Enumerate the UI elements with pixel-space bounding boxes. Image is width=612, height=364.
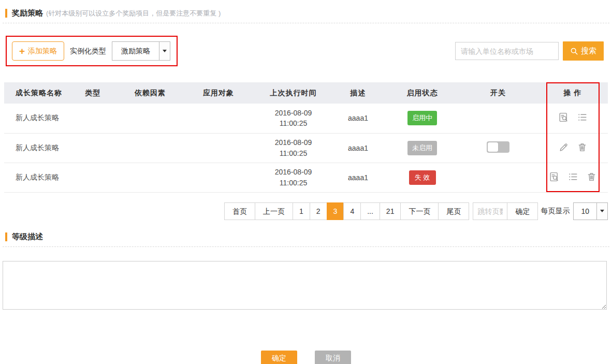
cell-switch (459, 133, 537, 163)
enable-toggle[interactable] (487, 141, 509, 153)
page-number-button[interactable]: 21 (380, 202, 401, 220)
jump-page-input[interactable] (473, 202, 507, 220)
cell-dependency (120, 133, 181, 163)
cell-strategy-name: 新人成长策略 (4, 163, 66, 192)
cell-actions (537, 133, 608, 163)
page-last-button[interactable]: 尾页 (438, 202, 469, 220)
chevron-down-icon[interactable] (596, 203, 607, 220)
column-header-switch: 开关 (459, 82, 537, 104)
cell-description: aaaa1 (330, 133, 386, 163)
cell-last-run: 2016-08-0911:00:25 (256, 133, 330, 163)
divider (3, 23, 609, 23)
cell-target (181, 163, 256, 192)
page-next-button[interactable]: 下一页 (400, 202, 439, 220)
cell-target (181, 133, 256, 163)
instance-type-label: 实例化类型 (70, 47, 106, 56)
page-number-button[interactable]: 1 (293, 202, 310, 220)
reward-section-note: (针对本级别可以设立多个奖励项目，但是要注意不要重复 ) (46, 9, 221, 18)
page-first-button[interactable]: 首页 (224, 202, 255, 220)
pagination: 首页 上一页 1 2 3 4 ... 21 下一页 尾页 确定 每页显示 10 (4, 202, 608, 220)
cell-target (181, 104, 256, 133)
column-header-last-run: 上次执行时间 (256, 82, 330, 104)
cell-dependency (120, 163, 181, 192)
accent-bar (5, 232, 7, 241)
level-description-textarea[interactable] (3, 261, 607, 310)
status-badge: 启用中 (407, 111, 437, 125)
instance-type-value: 激励策略 (112, 42, 159, 60)
detail-list-icon[interactable] (577, 112, 588, 123)
reward-section-title: 奖励策略 (12, 8, 43, 18)
per-page-select[interactable]: 10 (573, 202, 608, 220)
accent-bar (5, 9, 7, 18)
confirm-button[interactable]: 确定 (261, 351, 297, 364)
cell-actions (537, 104, 608, 133)
instance-type-select[interactable]: 激励策略 (112, 41, 170, 61)
reward-section-header: 奖励策略 (针对本级别可以设立多个奖励项目，但是要注意不要重复 ) (0, 0, 612, 18)
level-desc-section-title: 等级描述 (12, 232, 43, 242)
page-number-button[interactable]: 4 (343, 202, 361, 220)
cell-description: aaaa1 (330, 104, 386, 133)
table-row: 新人成长策略 2016-08-0911:00:25 aaaa1 未启用 (4, 133, 608, 163)
cancel-button[interactable]: 取消 (315, 351, 351, 364)
search-button-label: 搜索 (581, 46, 596, 56)
column-header-description: 描述 (330, 82, 386, 104)
detail-list-icon[interactable] (567, 171, 578, 182)
per-page-value: 10 (574, 203, 596, 220)
view-details-icon[interactable] (549, 171, 560, 182)
cell-type (66, 133, 120, 163)
column-header-name: 成长策略名称 (4, 82, 66, 104)
page-prev-button[interactable]: 上一页 (255, 202, 293, 220)
cell-actions (537, 163, 608, 192)
page-number-button-active[interactable]: 3 (327, 202, 344, 220)
plus-icon: + (19, 46, 25, 56)
status-badge: 未启用 (407, 141, 437, 155)
search-icon (570, 47, 578, 55)
column-header-target: 应用对象 (181, 82, 256, 104)
cell-strategy-name: 新人成长策略 (4, 133, 66, 163)
page-ellipsis: ... (360, 202, 380, 220)
cell-switch (459, 104, 537, 133)
jump-confirm-button[interactable]: 确定 (507, 202, 538, 220)
cell-dependency (120, 104, 181, 133)
cell-last-run: 2016-08-0911:00:25 (256, 104, 330, 133)
cell-type (66, 163, 120, 192)
strategy-table-wrap: 成长策略名称 类型 依赖因素 应用对象 上次执行时间 描述 启用状态 开关 操 … (4, 82, 608, 193)
cell-type (66, 104, 120, 133)
table-row: 新人成长策略 2016-08-0911:00:25 aaaa1 失 效 (4, 163, 608, 192)
cell-description: aaaa1 (330, 163, 386, 192)
cell-switch (459, 163, 537, 192)
strategy-table: 成长策略名称 类型 依赖因素 应用对象 上次执行时间 描述 启用状态 开关 操 … (4, 82, 608, 193)
cell-last-run: 2016-08-0911:00:25 (256, 163, 330, 192)
status-badge: 失 效 (409, 170, 436, 185)
per-page-label: 每页显示 (541, 207, 570, 216)
table-header-row: 成长策略名称 类型 依赖因素 应用对象 上次执行时间 描述 启用状态 开关 操 … (4, 82, 608, 104)
toolbar-highlight-box: + 添加策略 实例化类型 激励策略 (6, 36, 178, 66)
search-button[interactable]: 搜索 (563, 41, 604, 61)
add-strategy-button[interactable]: + 添加策略 (12, 41, 64, 61)
search-group: 搜索 (455, 41, 604, 61)
column-header-dependency: 依赖因素 (120, 82, 181, 104)
page-number-button[interactable]: 2 (310, 202, 327, 220)
cell-status: 失 效 (386, 163, 459, 192)
cell-status: 未启用 (386, 133, 459, 163)
column-header-actions: 操 作 (537, 82, 608, 104)
delete-icon[interactable] (586, 171, 597, 182)
chevron-down-icon[interactable] (159, 42, 170, 60)
footer-actions: 确定 取消 (0, 351, 612, 364)
level-desc-section-header: 等级描述 (0, 220, 612, 242)
table-row: 新人成长策略 2016-08-0911:00:25 aaaa1 启用中 (4, 104, 608, 133)
column-header-status: 启用状态 (386, 82, 459, 104)
toolbar: + 添加策略 实例化类型 激励策略 搜索 (6, 36, 604, 66)
cell-status: 启用中 (386, 104, 459, 133)
cell-strategy-name: 新人成长策略 (4, 104, 66, 133)
delete-icon[interactable] (577, 142, 588, 153)
column-header-type: 类型 (66, 82, 120, 104)
search-input[interactable] (455, 42, 559, 60)
edit-icon[interactable] (558, 142, 569, 153)
divider (3, 246, 609, 247)
add-strategy-label: 添加策略 (28, 47, 57, 56)
view-details-icon[interactable] (558, 112, 569, 123)
